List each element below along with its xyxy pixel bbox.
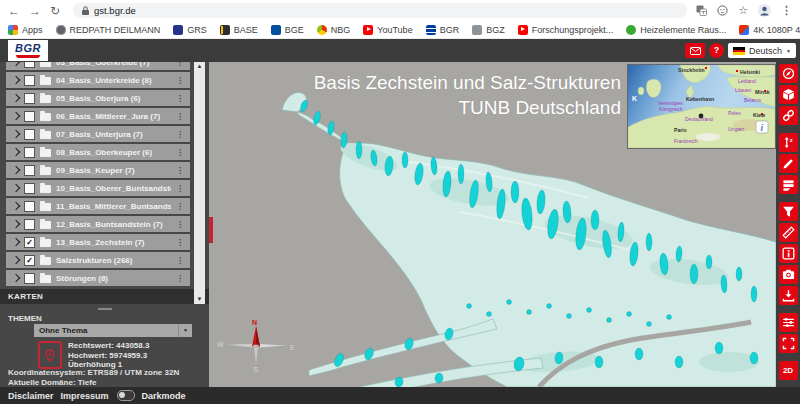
expand-chevron-icon[interactable] (12, 94, 20, 102)
back-icon[interactable]: ← (8, 5, 20, 17)
layer-checkbox[interactable] (24, 273, 35, 284)
bookmark-item[interactable]: NBG (317, 25, 351, 35)
toolbar-info-button[interactable] (779, 244, 798, 263)
layer-checkbox[interactable] (24, 62, 35, 68)
layer-menu-icon[interactable]: ⋮ (176, 238, 184, 247)
overview-inset-map[interactable]: StockholmHelsinkiLettlandLitauenMinskBel… (627, 64, 776, 149)
expand-chevron-icon[interactable] (12, 274, 20, 282)
disclaimer-link[interactable]: Disclaimer (8, 391, 54, 401)
map-viewport[interactable]: Basis Zechstein und Salz-Strukturen TUNB… (209, 62, 776, 387)
toolbar-cube-3d-button[interactable] (779, 85, 798, 104)
toolbar-layers-stack-button[interactable] (779, 175, 798, 194)
layer-menu-icon[interactable]: ⋮ (176, 220, 184, 229)
bookmark-item[interactable]: YouTube (363, 25, 412, 35)
layer-checkbox[interactable]: ✓ (24, 237, 35, 248)
toolbar-link-button[interactable] (779, 106, 798, 125)
inset-info-button[interactable]: i (756, 121, 768, 133)
layer-row[interactable]: 09_Basis_Keuper (7)⋮ (6, 162, 190, 178)
expand-chevron-icon[interactable] (12, 130, 20, 138)
layer-row[interactable]: 08_Basis_Oberkeuper (6)⋮ (6, 144, 190, 160)
expand-chevron-icon[interactable] (12, 256, 20, 264)
toolbar-pencil-button[interactable] (779, 154, 798, 173)
layer-menu-icon[interactable]: ⋮ (176, 166, 184, 175)
layer-menu-icon[interactable]: ⋮ (176, 76, 184, 85)
layer-checkbox[interactable] (24, 129, 35, 140)
help-button[interactable]: ? (709, 43, 724, 58)
layer-checkbox[interactable] (24, 147, 35, 158)
layer-row[interactable]: ✓13_Basis_Zechstein (7)⋮ (6, 234, 190, 250)
translate-icon[interactable] (696, 5, 707, 16)
layer-menu-icon[interactable]: ⋮ (176, 274, 184, 283)
toolbar-sliders-button[interactable] (779, 313, 798, 332)
bookmark-star-icon[interactable]: ☆ (738, 4, 748, 17)
expand-chevron-icon[interactable] (12, 166, 20, 174)
impressum-link[interactable]: Impressum (61, 391, 109, 401)
expand-chevron-icon[interactable] (12, 112, 20, 120)
layer-row[interactable]: 04_Basis_Unterkreide (8)⋮ (6, 72, 190, 88)
expand-chevron-icon[interactable] (12, 148, 20, 156)
layer-row[interactable]: 11_Basis_Mittlerer_Buntsandstein (6)⋮ (6, 198, 190, 214)
toolbar-compass-button[interactable] (779, 64, 798, 83)
layer-row[interactable]: ✓Salzstrukturen (266)⋮ (6, 252, 190, 268)
bookmark-item[interactable]: 4K 1080P 48MP Wi... (739, 25, 800, 35)
toolbar-filter-funnel-button[interactable] (779, 202, 798, 221)
theme-dropdown[interactable]: Ohne Thema ▼ (34, 324, 192, 337)
profile-avatar[interactable] (758, 4, 771, 17)
layer-row[interactable]: 03_Basis_Oberkreide (7)⋮ (6, 62, 190, 70)
bookmark-item[interactable]: Heizelemente Raus... (626, 25, 726, 35)
bookmark-item[interactable]: Forschungsprojekt... (518, 25, 614, 35)
bookmark-item[interactable]: REDPATH DEILMANN (56, 25, 161, 35)
layer-menu-icon[interactable]: ⋮ (176, 94, 184, 103)
layer-checkbox[interactable] (24, 201, 35, 212)
layer-row[interactable]: 06_Basis_Mittlerer_Jura (7)⋮ (6, 108, 190, 124)
browser-menu-icon[interactable]: ⋮ (781, 4, 792, 17)
bookmark-item[interactable]: Apps (8, 25, 43, 35)
layer-row[interactable]: 07_Basis_Unterjura (7)⋮ (6, 126, 190, 142)
panel-drag-handle[interactable] (98, 308, 112, 310)
layer-menu-icon[interactable]: ⋮ (176, 256, 184, 265)
language-select[interactable]: Deutsch ▼ (728, 43, 796, 58)
bookmark-item[interactable]: BGE (271, 25, 304, 35)
scroll-up-icon[interactable]: ▲ (197, 62, 203, 71)
expand-chevron-icon[interactable] (12, 184, 20, 192)
bookmark-item[interactable]: GRS (173, 25, 207, 35)
toolbar-camera-button[interactable] (779, 265, 798, 284)
scroll-down-icon[interactable]: ▼ (197, 295, 203, 304)
layer-row[interactable]: 05_Basis_Oberjura (6)⋮ (6, 90, 190, 106)
compass-rose[interactable]: N W E S (217, 320, 295, 372)
expand-chevron-icon[interactable] (12, 62, 20, 66)
layer-menu-icon[interactable]: ⋮ (176, 130, 184, 139)
layer-menu-icon[interactable]: ⋮ (176, 62, 184, 67)
forward-icon[interactable]: → (29, 5, 41, 17)
layer-checkbox[interactable] (24, 111, 35, 122)
layer-checkbox[interactable] (24, 219, 35, 230)
mail-button[interactable] (685, 43, 705, 58)
toolbar-ruler-button[interactable] (779, 223, 798, 242)
bgr-logo[interactable]: BGR (8, 40, 48, 61)
layer-menu-icon[interactable]: ⋮ (176, 148, 184, 157)
url-bar[interactable]: gst.bgr.de (73, 3, 687, 18)
bookmark-item[interactable]: BGZ (472, 25, 505, 35)
sidebar-collapse-handle[interactable] (209, 217, 213, 243)
toolbar-2d-mode-button[interactable]: 2D (779, 361, 798, 380)
layer-menu-icon[interactable]: ⋮ (176, 184, 184, 193)
sidebar-scrollbar[interactable]: ▲ ▼ (194, 62, 205, 304)
expand-chevron-icon[interactable] (12, 220, 20, 228)
layer-menu-icon[interactable]: ⋮ (176, 112, 184, 121)
layer-checkbox[interactable] (24, 93, 35, 104)
layer-checkbox[interactable] (24, 165, 35, 176)
toolbar-z-exaggeration-button[interactable]: z (779, 133, 798, 152)
expand-chevron-icon[interactable] (12, 76, 20, 84)
toolbar-download-button[interactable] (779, 286, 798, 305)
layer-checkbox[interactable] (24, 75, 35, 86)
bookmark-item[interactable]: BGR (426, 25, 460, 35)
layer-checkbox[interactable] (24, 183, 35, 194)
layer-menu-icon[interactable]: ⋮ (176, 202, 184, 211)
expand-chevron-icon[interactable] (12, 238, 20, 246)
layer-row[interactable]: 12_Basis_Buntsandstein (7)⋮ (6, 216, 190, 232)
bookmark-item[interactable]: BASE (220, 25, 258, 35)
darkmode-toggle[interactable] (117, 390, 135, 401)
layer-row[interactable]: 10_Basis_Oberer_Buntsandstein (7)⋮ (6, 180, 190, 196)
expand-chevron-icon[interactable] (12, 202, 20, 210)
layer-row[interactable]: Störungen (8)⋮ (6, 270, 190, 286)
